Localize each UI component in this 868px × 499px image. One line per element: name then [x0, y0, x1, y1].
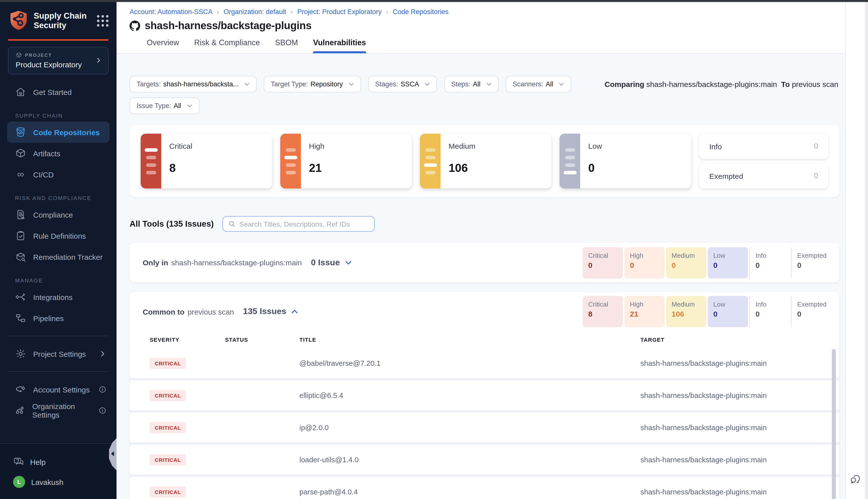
filter-value: Repository [310, 81, 343, 88]
table-row[interactable]: CRITICALparse-path@4.0.4shash-harness/ba… [129, 477, 839, 499]
chip-value: 0 [588, 260, 623, 269]
sidebar-item-code-repositories[interactable]: Code Repositories [7, 122, 110, 143]
chevron-down-icon [558, 81, 565, 87]
filter-steps-dropdown[interactable]: Steps:All [444, 76, 498, 93]
sidebar-item-artifacts[interactable]: Artifacts [0, 143, 116, 164]
project-selector-name: Product Exploratory [15, 60, 95, 69]
table-row[interactable]: CRITICAL@babel/traverse@7.20.1shash-harn… [129, 348, 839, 378]
chip-label: Exempted [797, 252, 831, 259]
sidebar-item-organization-settings[interactable]: Organization Settings [0, 400, 116, 421]
nav-divider [8, 336, 109, 336]
sidebar-item-account-settings[interactable]: Account Settings [0, 379, 116, 400]
chat-support-icon[interactable] [850, 473, 861, 485]
pipelines-icon [15, 313, 26, 324]
filter-label: Targets: [137, 81, 161, 88]
search-icon [228, 220, 235, 228]
comparing-text: Comparingshash-harness/backstage-plugins… [605, 80, 839, 88]
sidebar-item-compliance[interactable]: Compliance [0, 204, 116, 225]
severity-level-bar [141, 134, 161, 188]
breadcrumb-link[interactable]: Account: Automation-SSCA [129, 8, 212, 15]
chip-label: Low [713, 252, 748, 259]
sidebar-item-label: Rule Definitions [33, 231, 86, 240]
severity-cell: CRITICAL [150, 454, 225, 465]
chevron-down-icon[interactable] [344, 258, 352, 267]
severity-card-exempted[interactable]: Exempted0 [699, 163, 828, 188]
sidebar-item-rule-definitions[interactable]: Rule Definitions [0, 225, 116, 246]
common-prefix: Common to [142, 307, 185, 316]
sidebar-item-cicd[interactable]: ∞CI/CD [0, 164, 116, 185]
help-label: Help [30, 458, 46, 466]
chip-value: 0 [756, 309, 790, 318]
severity-card-label: Medium [449, 142, 475, 150]
only-in-severity-chips: Critical0High0Medium0Low0Info0Exempted0 [583, 247, 831, 278]
filter-targets-dropdown[interactable]: Targets:shash-harness/backsta... [129, 76, 257, 93]
search-box [222, 216, 374, 232]
sidebar-item-integrations[interactable]: Integrations [0, 287, 116, 307]
severity-chip-high: High0 [624, 247, 665, 278]
get-started-icon [15, 86, 26, 97]
chevron-up-icon[interactable] [290, 307, 299, 316]
chevron-down-icon [485, 81, 492, 87]
tab-sbom[interactable]: SBOM [275, 38, 298, 53]
sidebar-item-help[interactable]: Help [0, 452, 116, 472]
code-repositories-icon [15, 126, 26, 138]
severity-card-body: Medium106 [441, 134, 475, 188]
filter-label: Stages: [375, 81, 398, 88]
sidebar-item-remediation-tracker[interactable]: Remediation Tracker [0, 246, 116, 267]
sidebar-item-get-started[interactable]: Get Started [0, 82, 116, 102]
severity-cell: CRITICAL [150, 357, 225, 369]
severity-badge: CRITICAL [150, 454, 186, 465]
tab-risk-compliance[interactable]: Risk & Compliance [194, 38, 260, 53]
breadcrumb-link[interactable]: Code Repositories [393, 8, 449, 15]
comparing-connector: To [781, 80, 790, 88]
table-row[interactable]: CRITICALloader-utils@1.4.0shash-harness/… [129, 445, 839, 474]
filter-label: Steps: [451, 81, 470, 88]
severity-card-critical[interactable]: Critical8 [141, 134, 272, 188]
common-section: Common to previous scan 135 Issues Criti… [129, 292, 839, 499]
severity-chip-critical: Critical0 [583, 247, 623, 278]
table-row[interactable]: CRITICALip@2.0.0shash-harness/backstage-… [129, 413, 839, 442]
filter-stages-dropdown[interactable]: Stages:SSCA [368, 76, 437, 93]
chip-value: 106 [672, 309, 706, 318]
filter-target-type-dropdown[interactable]: Target Type:Repository [264, 76, 361, 93]
severity-badge: CRITICAL [150, 486, 186, 497]
project-selector-label: PROJECT [25, 52, 52, 58]
severity-card-low[interactable]: Low0 [560, 134, 691, 188]
breadcrumb-link[interactable]: Organization: default [224, 8, 286, 15]
sidebar: Supply Chain Security PROJECT Product Ex… [0, 0, 116, 499]
sidebar-item-project-settings[interactable]: Project Settings [0, 343, 116, 364]
severity-card-label: Critical [169, 142, 193, 150]
module-header: Supply Chain Security [0, 0, 116, 31]
sidebar-item-pipelines[interactable]: Pipelines [0, 307, 116, 329]
severity-card-label: High [309, 142, 324, 150]
breadcrumb-link[interactable]: Project: Product Exploratory [297, 8, 382, 15]
severity-card-high[interactable]: High21 [280, 134, 412, 188]
severity-badge: CRITICAL [150, 422, 186, 433]
only-in-prefix: Only in [142, 258, 168, 267]
severity-card-info[interactable]: Info0 [699, 134, 828, 159]
tab-vulnerabilities[interactable]: Vulnerabilities [313, 38, 366, 53]
table-scrollbar-thumb[interactable] [832, 349, 836, 499]
sidebar-item-label: Artifacts [33, 149, 60, 158]
filter-scanners-dropdown[interactable]: Scanners:All [506, 76, 571, 93]
table-row[interactable]: CRITICALelliptic@6.5.4shash-harness/back… [129, 380, 839, 410]
chip-label: Info [756, 252, 790, 259]
title-cell: @babel/traverse@7.20.1 [299, 359, 641, 367]
chip-value: 0 [797, 260, 831, 269]
project-selector[interactable]: PROJECT Product Exploratory [8, 47, 109, 74]
tab-overview[interactable]: Overview [147, 38, 179, 53]
search-input[interactable] [239, 220, 369, 228]
severity-card-value: 8 [169, 161, 193, 175]
severity-card-medium[interactable]: Medium106 [420, 134, 551, 188]
nav-section-manage: MANAGE [0, 267, 116, 287]
table-scrollbar[interactable] [832, 348, 836, 499]
chip-value: 0 [630, 260, 665, 269]
filter-issue-type-dropdown[interactable]: Issue Type:All [129, 97, 199, 114]
chevron-down-icon [424, 81, 431, 87]
module-switcher-grid-icon[interactable] [97, 15, 109, 26]
severity-cell: CRITICAL [150, 390, 225, 401]
info-icon [98, 406, 107, 415]
severity-level-bar [280, 134, 301, 188]
browser-scrollbar[interactable] [865, 0, 868, 499]
user-menu[interactable]: L Lavakush [0, 472, 116, 492]
